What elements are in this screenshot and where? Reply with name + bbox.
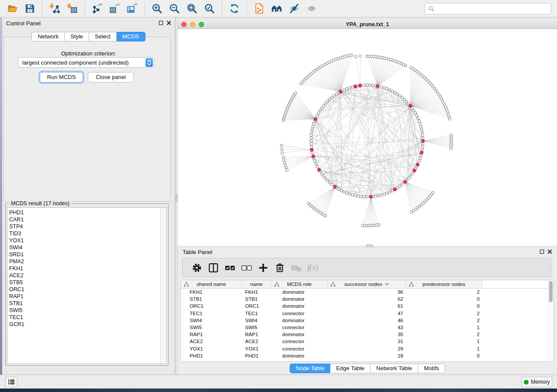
- cell-name[interactable]: YOX1: [242, 345, 271, 352]
- tab-select[interactable]: Select: [89, 32, 117, 41]
- tab-motifs[interactable]: Motifs: [418, 364, 445, 373]
- split-columns-icon[interactable]: [208, 262, 219, 273]
- float-panel-icon[interactable]: [159, 21, 163, 25]
- cell-MCDS-role[interactable]: dominator: [271, 296, 328, 303]
- mcds-result-item[interactable]: YOX1: [9, 237, 159, 244]
- cell-predecessor-nodes[interactable]: 0: [406, 352, 482, 359]
- table-scrollbar-thumb[interactable]: [549, 281, 553, 302]
- cell-name[interactable]: TEC1: [242, 310, 271, 317]
- import-table-icon[interactable]: [66, 3, 78, 14]
- cell-MCDS-role[interactable]: dominator: [271, 317, 328, 324]
- table-row[interactable]: STB1STB1dominator620: [181, 296, 554, 303]
- tab-style[interactable]: Style: [65, 32, 89, 41]
- cell-predecessor-nodes[interactable]: 1: [406, 324, 482, 331]
- delete-column-icon[interactable]: [274, 262, 285, 273]
- cell-successor-nodes[interactable]: 18: [328, 352, 406, 359]
- cell-MCDS-role[interactable]: connector: [271, 338, 328, 345]
- column-header-MCDS-role[interactable]: MCDS role: [271, 280, 328, 288]
- select-all-checkboxes-icon[interactable]: [224, 262, 235, 273]
- hide-selected-icon[interactable]: [288, 3, 300, 14]
- mcds-result-item[interactable]: SRD1: [9, 251, 159, 258]
- float-table-panel-icon[interactable]: [540, 249, 544, 254]
- tab-edge-table[interactable]: Edge Table: [330, 364, 370, 373]
- table-row[interactable]: ACE2ACE2connector311: [181, 338, 554, 345]
- cell-successor-nodes[interactable]: 43: [328, 324, 406, 331]
- network-graph[interactable]: [178, 29, 557, 246]
- export-table-icon[interactable]: [109, 3, 120, 14]
- tab-node-table[interactable]: Node Table: [290, 364, 331, 373]
- network-document-icon[interactable]: [253, 3, 265, 14]
- cell-successor-nodes[interactable]: 31: [328, 338, 406, 345]
- cell-predecessor-nodes[interactable]: 1: [406, 345, 482, 352]
- table-row[interactable]: SWI5SWI5connector431: [181, 324, 554, 331]
- column-settings-gear-icon[interactable]: [191, 262, 202, 273]
- memory-button[interactable]: Memory: [522, 377, 552, 387]
- cell-shared-name[interactable]: PHD1: [181, 352, 242, 359]
- mcds-result-item[interactable]: TID3: [9, 230, 159, 237]
- mcds-result-item[interactable]: STP4: [9, 223, 159, 230]
- table-row[interactable]: SWI4SWI4dominator462: [181, 317, 554, 324]
- table-row[interactable]: TEC1TEC1connector472: [181, 310, 554, 317]
- column-header-shared-name[interactable]: shared name: [181, 280, 242, 288]
- mcds-result-item[interactable]: FKH1: [9, 265, 159, 272]
- cell-predecessor-nodes[interactable]: 2: [406, 317, 482, 324]
- column-header-predecessor-nodes[interactable]: predecessor nodes: [406, 280, 482, 288]
- cell-name[interactable]: RAP1: [242, 331, 271, 338]
- mcds-result-item[interactable]: STB1: [9, 300, 159, 307]
- cell-shared-name[interactable]: ACE2: [181, 338, 242, 345]
- cell-name[interactable]: ORC1: [242, 303, 271, 309]
- search-field[interactable]: [425, 3, 551, 14]
- cell-MCDS-role[interactable]: dominator: [271, 289, 328, 296]
- table-row[interactable]: RAP1RAP1dominator352: [181, 331, 554, 338]
- cell-shared-name[interactable]: TEC1: [181, 310, 242, 317]
- cell-shared-name[interactable]: YOX1: [181, 345, 242, 352]
- tab-network[interactable]: Network: [31, 32, 65, 41]
- cell-MCDS-role[interactable]: connector: [271, 324, 328, 331]
- export-image-icon[interactable]: [126, 3, 138, 14]
- mcds-result-item[interactable]: PHD1: [9, 209, 159, 216]
- cell-predecessor-nodes[interactable]: 1: [406, 338, 482, 345]
- cell-predecessor-nodes[interactable]: 0: [406, 296, 482, 303]
- mcds-result-scrollbar[interactable]: [160, 208, 166, 364]
- cell-shared-name[interactable]: SWI5: [181, 324, 242, 331]
- mcds-result-item[interactable]: GCR1: [9, 321, 159, 328]
- column-header-name[interactable]: name: [242, 280, 271, 288]
- mcds-result-item[interactable]: CAR1: [9, 216, 159, 223]
- cell-successor-nodes[interactable]: 29: [328, 345, 406, 352]
- cell-successor-nodes[interactable]: 47: [328, 310, 406, 317]
- cell-MCDS-role[interactable]: dominator: [271, 303, 328, 309]
- mcds-result-list[interactable]: PHD1CAR1STP4TID3YOX1SWI4SRD1PMA2FKH1ACE2…: [7, 207, 167, 364]
- mcds-result-item[interactable]: SWI5: [9, 307, 159, 314]
- cell-predecessor-nodes[interactable]: 2: [406, 310, 482, 317]
- mcds-result-item[interactable]: STB5: [9, 279, 159, 286]
- network-view-titlebar[interactable]: YPA_prune.txt_1: [178, 20, 557, 29]
- cell-MCDS-role[interactable]: dominator: [271, 352, 328, 359]
- cell-MCDS-role[interactable]: connector: [271, 345, 328, 352]
- cell-name[interactable]: ACE2: [242, 338, 271, 345]
- cell-shared-name[interactable]: ORC1: [181, 303, 242, 309]
- cell-successor-nodes[interactable]: 96: [328, 289, 406, 296]
- cell-shared-name[interactable]: STB1: [181, 296, 242, 303]
- export-network-icon[interactable]: [91, 3, 103, 14]
- clear-checkboxes-icon[interactable]: [241, 262, 252, 273]
- cell-name[interactable]: PHD1: [242, 352, 271, 359]
- zoom-out-icon[interactable]: [169, 3, 180, 14]
- open-folder-icon[interactable]: [7, 3, 18, 14]
- mcds-result-item[interactable]: ACE2: [9, 272, 159, 279]
- add-column-icon[interactable]: [257, 262, 269, 273]
- task-history-button[interactable]: [5, 377, 17, 387]
- table-row[interactable]: FKH1FKH1dominator962: [181, 289, 554, 296]
- cell-name[interactable]: SWI5: [242, 324, 271, 331]
- table-row[interactable]: ORC1ORC1dominator610: [181, 303, 554, 309]
- close-panel-button[interactable]: Close panel: [88, 72, 134, 83]
- cell-predecessor-nodes[interactable]: 2: [406, 331, 482, 338]
- cell-successor-nodes[interactable]: 62: [328, 296, 406, 303]
- cell-shared-name[interactable]: RAP1: [181, 331, 242, 338]
- cell-successor-nodes[interactable]: 35: [328, 331, 406, 338]
- close-panel-icon[interactable]: [166, 21, 171, 25]
- home-network-icon[interactable]: [271, 3, 282, 14]
- cell-shared-name[interactable]: FKH1: [181, 289, 242, 296]
- tab-mcds[interactable]: MCDS: [117, 32, 145, 41]
- cell-successor-nodes[interactable]: 46: [328, 317, 406, 324]
- table-row[interactable]: YOX1YOX1connector291: [181, 345, 554, 352]
